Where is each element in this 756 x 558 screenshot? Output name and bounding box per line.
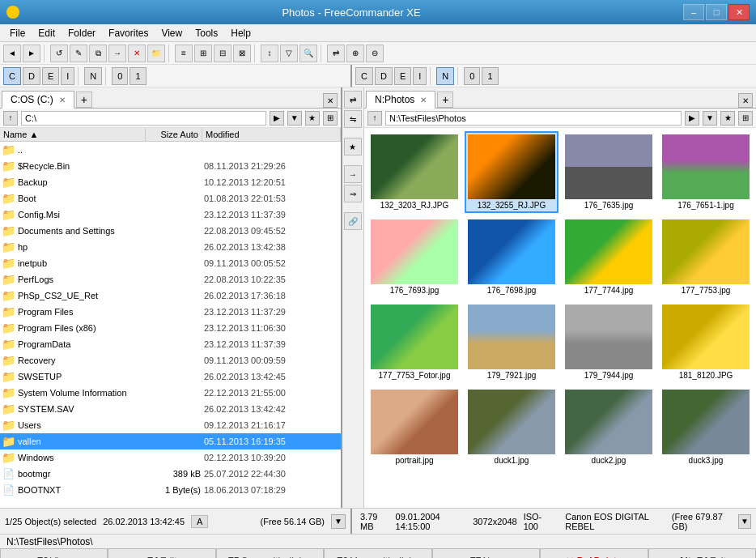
thumbnail-item[interactable]: 176_7651-1.jpg <box>659 131 753 213</box>
filter-button[interactable]: ▽ <box>280 45 298 62</box>
file-row[interactable]: 📁.. <box>0 142 341 158</box>
view-toggle-2[interactable]: ⊞ <box>194 45 212 62</box>
file-row[interactable]: 📁Config.Msi23.12.2013 11:37:39 <box>0 207 341 223</box>
search-button[interactable]: 🔍 <box>299 45 317 62</box>
drive-e-right[interactable]: E <box>394 67 411 85</box>
compress-button[interactable]: ⊕ <box>346 45 364 62</box>
new-folder-button[interactable]: 📁 <box>147 45 165 62</box>
right-bookmark[interactable]: ★ <box>720 111 735 126</box>
right-tab-n[interactable]: N:Photos ✕ <box>366 91 435 109</box>
thumbnail-item[interactable]: 132_3203_RJ.JPG <box>367 131 461 213</box>
f3-view-button[interactable]: F3 View <box>0 549 108 559</box>
menu-edit[interactable]: Edit <box>32 26 62 40</box>
thumbnail-item[interactable]: 177_7753_Fotor.jpg <box>367 301 461 383</box>
refresh-button[interactable]: ↺ <box>50 45 68 62</box>
file-row[interactable]: 📁Backup10.12.2013 12:20:51 <box>0 174 341 190</box>
thumbnail-item[interactable]: 177_7744.jpg <box>562 216 656 298</box>
file-row[interactable]: 📁$Recycle.Bin08.11.2013 21:29:26 <box>0 158 341 174</box>
back-button[interactable]: ◄ <box>3 45 21 62</box>
col-modified-header[interactable]: Modified <box>202 128 341 141</box>
thumbnail-item[interactable]: 177_7753.jpg <box>659 216 753 298</box>
right-split[interactable]: ⊞ <box>738 111 753 126</box>
left-status-menu[interactable]: ▼ <box>331 514 346 529</box>
drive-1-left[interactable]: 1 <box>130 67 146 85</box>
file-row[interactable]: 📁Program Files (x86)23.12.2013 11:06:30 <box>0 320 341 336</box>
drive-i-right[interactable]: I <box>413 67 427 85</box>
delete-button[interactable]: ✕ <box>128 45 146 62</box>
right-path-menu[interactable]: ▼ <box>703 111 717 126</box>
menu-help[interactable]: Help <box>224 26 257 40</box>
left-split[interactable]: ⊞ <box>323 111 338 126</box>
copy-to-button[interactable]: → <box>344 165 362 183</box>
view-toggle-1[interactable]: ≡ <box>175 45 193 62</box>
thumbnail-item[interactable]: 176_7635.jpg <box>562 131 656 213</box>
thumbnail-grid[interactable]: 132_3203_RJ.JPG132_3255_RJ.JPG176_7635.j… <box>364 128 756 508</box>
file-row[interactable]: 📁inetpub09.11.2013 00:05:52 <box>0 255 341 271</box>
menu-folder[interactable]: Folder <box>62 26 102 40</box>
move-to-button[interactable]: ⇒ <box>344 185 362 202</box>
left-path-input[interactable] <box>21 111 266 126</box>
drive-e-left[interactable]: E <box>42 67 59 85</box>
left-panel-close[interactable]: ✕ <box>323 93 338 108</box>
sync-dirs-button[interactable]: ⇄ <box>344 91 362 109</box>
sync-button[interactable]: ⇄ <box>327 45 345 62</box>
f4-edit-button[interactable]: F4 Edit <box>108 549 215 559</box>
right-tab-add[interactable]: + <box>437 92 453 108</box>
col-size-header[interactable]: Size Auto <box>146 128 202 141</box>
file-row[interactable]: 📁System Volume Information22.12.2013 21:… <box>0 385 341 401</box>
thumbnail-item[interactable]: duck3.jpg <box>659 386 753 468</box>
favorite-button[interactable]: ★ <box>344 138 362 155</box>
left-path-menu[interactable]: ▼ <box>287 111 302 126</box>
drive-d-left[interactable]: D <box>23 67 40 85</box>
altf4-exit-button[interactable]: Alt+F4 Exit <box>648 549 756 559</box>
swap-panels-button[interactable]: ⇋ <box>344 110 362 128</box>
drive-n-right[interactable]: N <box>436 67 454 85</box>
file-row[interactable]: 📁vallen05.11.2013 16:19:35 <box>0 433 341 449</box>
f6-move-button[interactable]: F6 Move with dial... <box>324 549 431 559</box>
maximize-button[interactable]: □ <box>706 4 727 20</box>
edit-button[interactable]: ✎ <box>70 45 87 62</box>
left-bookmark[interactable]: ★ <box>305 111 320 126</box>
forward-button[interactable]: ► <box>23 45 40 62</box>
drive-d-right[interactable]: D <box>375 67 393 85</box>
close-button[interactable]: ✕ <box>728 4 750 20</box>
right-status-menu[interactable]: ▼ <box>738 514 751 529</box>
file-row[interactable]: 📁Documents and Settings22.08.2013 09:45:… <box>0 223 341 239</box>
right-path-input[interactable] <box>385 111 682 126</box>
thumbnail-item[interactable]: 176_7693.jpg <box>367 216 461 298</box>
f7-new-button[interactable]: F7 New <box>432 549 540 559</box>
file-row[interactable]: 📁Boot01.08.2013 22:01:53 <box>0 190 341 207</box>
thumbnail-item[interactable]: 179_7921.jpg <box>465 301 559 383</box>
view-toggle-4[interactable]: ⊠ <box>233 45 251 62</box>
view-toggle-3[interactable]: ⊟ <box>214 45 231 62</box>
file-row[interactable]: 📁SYSTEM.SAV26.02.2013 13:42:42 <box>0 401 341 417</box>
link-button[interactable]: 🔗 <box>344 212 362 230</box>
right-tab-close[interactable]: ✕ <box>420 96 427 104</box>
extract-button[interactable]: ⊖ <box>366 45 384 62</box>
file-row[interactable]: 📁PhSp_CS2_UE_Ret26.02.2013 17:36:18 <box>0 288 341 304</box>
drive-1-right[interactable]: 1 <box>482 67 498 85</box>
menu-file[interactable]: File <box>3 26 32 40</box>
drive-0-right[interactable]: 0 <box>464 67 480 85</box>
drive-c-left[interactable]: C <box>3 67 21 85</box>
menu-view[interactable]: View <box>155 26 189 40</box>
copy-button[interactable]: ⧉ <box>89 45 107 62</box>
file-row[interactable]: 📁Windows02.12.2013 10:39:20 <box>0 449 341 466</box>
drive-0-left[interactable]: 0 <box>112 67 128 85</box>
f5-copy-button[interactable]: F5 Copy with dialog <box>216 549 324 559</box>
thumbnail-item[interactable]: 176_7698.jpg <box>465 216 559 298</box>
drive-c-right[interactable]: C <box>355 67 373 85</box>
file-row[interactable]: 📄bootmgr389 kB25.07.2012 22:44:30 <box>0 466 341 482</box>
left-tab-close[interactable]: ✕ <box>59 96 66 104</box>
move-button[interactable]: → <box>108 45 126 62</box>
sort-button[interactable]: ↕ <box>261 45 278 62</box>
file-row[interactable]: 📁hp26.02.2013 13:42:38 <box>0 239 341 255</box>
thumbnail-item[interactable]: 181_8120.JPG <box>659 301 753 383</box>
menu-favorites[interactable]: Favorites <box>102 26 155 40</box>
col-name-header[interactable]: Name ▲ <box>0 128 146 141</box>
right-panel-close[interactable]: ✕ <box>738 93 753 108</box>
thumbnail-item[interactable]: 132_3255_RJ.JPG <box>465 131 559 213</box>
thumbnail-item[interactable]: duck1.jpg <box>465 386 559 468</box>
thumbnail-item[interactable]: 179_7944.jpg <box>562 301 656 383</box>
file-row[interactable]: 📁Recovery09.11.2013 00:09:59 <box>0 352 341 368</box>
